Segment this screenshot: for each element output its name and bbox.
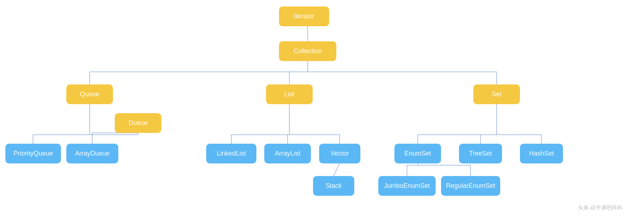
node-enumset: EnumSet [394,144,441,163]
node-vector: Vector [319,144,360,163]
node-collection: Collection [279,41,336,61]
node-arraylist: ArrayList [264,144,311,163]
node-linkedlist: LinkedList [206,144,256,163]
node-list: List [266,84,313,104]
watermark-text: 头条 @开课吧科科 [578,204,622,211]
node-iterator: Iterator [279,6,329,26]
node-hashset: HashSet [520,144,563,163]
node-jumboenumset: JumboEnumSet [378,176,436,196]
node-arraydueue: ArrayDueue [66,144,118,163]
node-regularenumset: RegularEnumSet [441,176,500,196]
node-priorityqueue: PriorityQueue [5,144,61,163]
node-queue: Queue [66,84,113,104]
svg-line-17 [333,163,340,176]
diagram: Iterator Collection Queue List Set Dueue… [0,0,644,222]
node-set: Set [473,84,520,104]
node-dueue: Dueue [115,113,161,133]
node-stack: Stack [313,176,354,196]
node-treeset: TreeSet [459,144,502,163]
